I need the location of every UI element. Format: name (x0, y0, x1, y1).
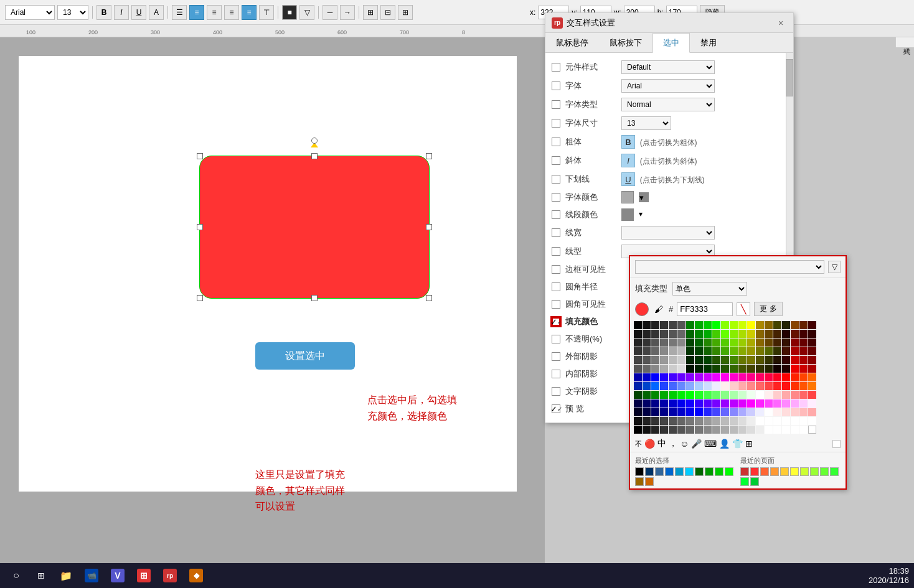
color-cell[interactable] (704, 399, 712, 408)
check-inner-shadow[interactable] (552, 370, 560, 378)
color-cell[interactable] (738, 365, 747, 373)
value-line-width[interactable] (621, 226, 787, 240)
color-cell[interactable] (730, 382, 738, 390)
color-cell[interactable] (686, 417, 694, 425)
recent-page-color-cell[interactable] (780, 467, 789, 476)
color-cell[interactable] (756, 330, 764, 338)
color-cell[interactable] (721, 373, 729, 381)
color-cell[interactable] (634, 426, 642, 434)
recent-color-cell[interactable] (695, 467, 704, 476)
extra-app-button[interactable]: ◆ (184, 566, 208, 586)
line-color-arrow[interactable]: ▾ (639, 210, 643, 218)
color-cell[interactable] (704, 391, 712, 399)
cp-filter-icon[interactable]: ▽ (828, 261, 841, 273)
color-cell[interactable] (660, 373, 668, 381)
align-justify-button[interactable]: ≡ (242, 5, 257, 20)
color-cell[interactable] (660, 365, 668, 373)
color-cell[interactable] (791, 426, 799, 434)
color-cell[interactable] (651, 417, 659, 425)
color-cell[interactable] (799, 417, 808, 425)
color-cell[interactable] (738, 373, 747, 381)
color-cell[interactable] (669, 330, 677, 338)
color-cell[interactable] (773, 391, 781, 399)
color-cell[interactable] (712, 382, 720, 390)
color-cell[interactable] (669, 417, 677, 425)
recent-color-cell[interactable] (685, 467, 694, 476)
color-cell[interactable] (808, 391, 816, 399)
color-cell[interactable] (782, 373, 790, 381)
color-cell[interactable] (782, 365, 790, 373)
color-cell[interactable] (765, 338, 773, 347)
color-cell[interactable] (643, 399, 651, 408)
color-cell[interactable] (660, 391, 668, 399)
handle-ml[interactable] (197, 224, 203, 230)
lock-button[interactable]: ⊞ (398, 5, 413, 20)
color-cell[interactable] (686, 426, 694, 434)
check-italic[interactable] (552, 156, 560, 165)
color-cell[interactable] (756, 365, 764, 373)
color-cell[interactable] (643, 347, 651, 355)
underline-indicator[interactable]: U (621, 172, 635, 186)
color-cell[interactable] (791, 330, 799, 338)
color-cell[interactable] (695, 391, 703, 399)
color-cell[interactable] (695, 365, 703, 373)
line-style-button[interactable]: ─ (323, 5, 337, 20)
color-cell[interactable] (660, 382, 668, 390)
color-cell[interactable] (791, 408, 799, 416)
line-end-button[interactable]: → (340, 5, 355, 20)
color-cell[interactable] (730, 426, 738, 434)
color-cell[interactable] (730, 347, 738, 355)
color-cell[interactable] (651, 338, 659, 347)
color-cell[interactable] (643, 408, 651, 416)
cp-top-dropdown[interactable] (635, 260, 824, 274)
color-cell[interactable] (712, 399, 720, 408)
value-component-style[interactable]: Default (621, 60, 787, 74)
color-cell[interactable] (799, 347, 808, 355)
color-cell[interactable] (686, 399, 694, 408)
color-cell[interactable] (773, 330, 781, 338)
handle-bl[interactable] (197, 295, 203, 301)
recent-color-cell[interactable] (705, 467, 714, 476)
color-cell[interactable] (782, 417, 790, 425)
value-font-type[interactable]: Normal (621, 98, 787, 111)
recent-color-cell[interactable] (645, 477, 654, 486)
color-cell[interactable] (808, 338, 816, 347)
cp-brush-icon[interactable]: 🖌 (653, 303, 665, 315)
color-cell[interactable] (677, 382, 686, 390)
color-cell[interactable] (721, 347, 729, 355)
color-cell[interactable] (721, 338, 729, 347)
recent-color-cell[interactable] (635, 467, 644, 476)
color-cell[interactable] (704, 426, 712, 434)
color-cell[interactable] (782, 426, 790, 434)
color-cell[interactable] (799, 356, 808, 364)
color-cell[interactable] (669, 391, 677, 399)
color-cell[interactable] (669, 365, 677, 373)
color-cell[interactable] (738, 321, 747, 329)
color-cell[interactable] (738, 408, 747, 416)
check-opacity[interactable] (552, 335, 560, 343)
color-cell[interactable] (677, 347, 686, 355)
color-cell[interactable] (651, 399, 659, 408)
color-cell[interactable] (712, 408, 720, 416)
cp-fill-type-dropdown[interactable]: 单色 (672, 282, 747, 296)
color-cell[interactable] (634, 330, 642, 338)
color-cell[interactable] (643, 330, 651, 338)
check-underline[interactable] (552, 175, 560, 184)
tab-hover[interactable]: 鼠标悬停 (545, 33, 599, 53)
handle-tm[interactable] (311, 153, 318, 159)
color-cell[interactable] (643, 338, 651, 347)
recent-color-cell[interactable] (715, 467, 723, 476)
color-cell[interactable] (782, 321, 790, 329)
recent-page-color-cell[interactable] (740, 477, 749, 486)
color-cell[interactable] (721, 426, 729, 434)
color-cell[interactable] (721, 330, 729, 338)
red-shape[interactable] (199, 156, 430, 299)
color-cell[interactable] (643, 321, 651, 329)
border-color-button[interactable]: ▽ (299, 5, 314, 20)
color-cell[interactable] (730, 417, 738, 425)
color-cell[interactable] (756, 408, 764, 416)
color-cell[interactable] (730, 373, 738, 381)
color-cell[interactable] (643, 417, 651, 425)
color-cell[interactable] (686, 382, 694, 390)
check-component-style[interactable] (552, 63, 560, 72)
